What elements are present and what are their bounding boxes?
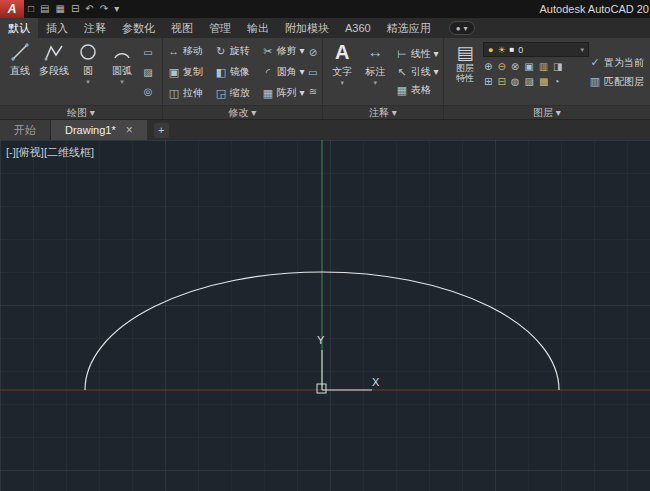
layer-tool-icon[interactable]: ▣ bbox=[524, 61, 533, 72]
layer-tool-icon[interactable]: ⊕ bbox=[484, 61, 492, 72]
save-icon[interactable]: ▦ bbox=[53, 0, 68, 18]
ribbon-tab-annotate[interactable]: 注释 bbox=[76, 18, 114, 38]
layer-tool-icon[interactable]: ⊟ bbox=[497, 76, 505, 87]
set-current-layer-button[interactable]: ✓ 置为当前 bbox=[589, 56, 644, 70]
ribbon-display-toggle[interactable]: ● ▾ bbox=[449, 21, 475, 35]
app-menu-button[interactable]: A bbox=[0, 0, 24, 18]
circle-tool-button[interactable]: 圆 ▾ bbox=[71, 39, 105, 105]
open-icon[interactable]: ▤ bbox=[37, 0, 52, 18]
line-tool-label: 直线 bbox=[10, 64, 30, 78]
ribbon-tab-bar: 默认 插入 注释 参数化 视图 管理 输出 附加模块 A360 精选应用 ● ▾ bbox=[0, 18, 650, 38]
circle-tool-label: 圆 bbox=[83, 64, 93, 78]
chevron-down-icon[interactable]: ▾ bbox=[341, 79, 345, 86]
layer-properties-button[interactable]: ▤ 图层 特性 bbox=[447, 39, 483, 105]
text-tool-button[interactable]: A 文字 ▾ bbox=[326, 39, 359, 105]
text-icon: A bbox=[335, 41, 349, 63]
quick-access-toolbar: □ ▤ ▦ ⊟ ↶ ↷ ▾ bbox=[25, 0, 122, 18]
leader-button[interactable]: ↖引线 ▾ bbox=[396, 65, 439, 79]
rectangle-icon[interactable]: ▭ bbox=[143, 47, 152, 58]
scale-button[interactable]: ◲缩放 bbox=[213, 83, 260, 104]
offset-icon[interactable]: ≋ bbox=[309, 86, 317, 97]
new-icon[interactable]: □ bbox=[25, 0, 37, 18]
ribbon-tab-home[interactable]: 默认 bbox=[0, 18, 38, 38]
fillet-button[interactable]: ◜圆角 ▾ bbox=[260, 62, 307, 83]
array-button[interactable]: ▦阵列 ▾ bbox=[260, 83, 307, 104]
layer-tool-icon[interactable]: ⊞ bbox=[484, 76, 492, 87]
stretch-button[interactable]: ◫拉伸 bbox=[166, 83, 213, 104]
layer-tool-icon[interactable]: ⊖ bbox=[497, 61, 505, 72]
plot-icon[interactable]: ⊟ bbox=[68, 0, 82, 18]
ribbon-tab-output[interactable]: 输出 bbox=[239, 18, 277, 38]
polyline-tool-button[interactable]: 多段线 bbox=[37, 39, 71, 105]
mirror-button[interactable]: ◧镜像 bbox=[213, 62, 260, 83]
dimension-tool-button[interactable]: ↔ 标注 ▾ bbox=[359, 39, 392, 105]
viewport-controls[interactable]: [-][俯视][二维线框] bbox=[6, 145, 94, 160]
match-layer-button[interactable]: ▥ 匹配图层 bbox=[589, 75, 644, 89]
panel-label-modify[interactable]: 修改 ▾ bbox=[163, 105, 322, 119]
chevron-down-icon[interactable]: ▾ bbox=[86, 78, 90, 85]
erase-icon[interactable]: ⊘ bbox=[309, 47, 317, 58]
layer-tool-icon[interactable]: ◨ bbox=[553, 61, 562, 72]
new-drawing-tab-button[interactable]: + bbox=[154, 123, 169, 138]
window-title: Autodesk AutoCAD 20 bbox=[540, 3, 650, 15]
redo-icon[interactable]: ↷ bbox=[97, 0, 111, 18]
hatch-icon[interactable]: ▨ bbox=[143, 67, 152, 78]
linear-dim-button[interactable]: ⊢线性 ▾ bbox=[396, 47, 439, 61]
layer-tools-row1: ⊕ ⊖ ⊗ ▣ ▥ ◨ bbox=[483, 61, 589, 72]
circle-icon bbox=[78, 42, 98, 62]
layer-tool-icon[interactable]: ▥ bbox=[539, 61, 548, 72]
ribbon-tab-featured-apps[interactable]: 精选应用 bbox=[379, 18, 439, 38]
bulb-icon: ● bbox=[488, 45, 493, 55]
canvas-geometry: Y X bbox=[0, 140, 650, 491]
donut-icon[interactable]: ◎ bbox=[144, 86, 153, 97]
panel-label-draw[interactable]: 绘图 ▾ bbox=[0, 105, 162, 119]
draw-extra-tools: ▭ ▨ ◎ bbox=[139, 39, 157, 105]
current-layer-name: 0 bbox=[518, 45, 576, 55]
ribbon-tab-manage[interactable]: 管理 bbox=[201, 18, 239, 38]
polyline-icon bbox=[44, 42, 64, 62]
text-tool-label: 文字 bbox=[332, 65, 352, 79]
chevron-down-icon[interactable]: ▾ bbox=[120, 78, 124, 85]
sun-icon: ☀ bbox=[497, 45, 505, 55]
undo-icon[interactable]: ↶ bbox=[82, 0, 96, 18]
table-button[interactable]: ▦表格 bbox=[396, 83, 439, 97]
match-layer-icon: ▥ bbox=[589, 75, 601, 88]
explode-icon[interactable]: ▭ bbox=[308, 67, 317, 78]
layer-tools-row2: ⊞ ⊟ ◍ ▨ ▩ ◔ bbox=[483, 76, 589, 87]
layer-dropdown[interactable]: ● ☀ ■ 0 ▾ bbox=[483, 42, 589, 57]
file-tab-start[interactable]: 开始 bbox=[0, 120, 51, 140]
layer-tool-icon[interactable]: ◍ bbox=[511, 76, 520, 87]
layer-tool-icon[interactable]: ▩ bbox=[539, 76, 548, 87]
move-button[interactable]: ↔移动 bbox=[166, 41, 213, 62]
line-tool-button[interactable]: 直线 bbox=[3, 39, 37, 105]
ribbon-tab-addins[interactable]: 附加模块 bbox=[277, 18, 337, 38]
table-icon: ▦ bbox=[396, 84, 408, 97]
ribbon-tab-a360[interactable]: A360 bbox=[337, 18, 379, 38]
panel-modify: ↔移动 ↻旋转 ✂修剪 ▾ ▣复制 ◧镜像 ◜圆角 ▾ ◫拉伸 ◲缩放 ▦阵列 … bbox=[163, 38, 323, 119]
chevron-down-icon[interactable]: ▾ bbox=[374, 79, 378, 86]
ucs-x-label: X bbox=[372, 376, 380, 388]
autocad-window: A □ ▤ ▦ ⊟ ↶ ↷ ▾ Autodesk AutoCAD 20 默认 插… bbox=[0, 0, 650, 491]
file-tab-drawing1[interactable]: Drawing1* × bbox=[51, 120, 147, 140]
ribbon: 直线 多段线 圆 ▾ bbox=[0, 38, 650, 120]
chevron-down-icon: ▾ bbox=[580, 46, 584, 54]
layer-tool-icon[interactable]: ⊗ bbox=[511, 61, 519, 72]
arc-tool-button[interactable]: 圆弧 ▾ bbox=[105, 39, 139, 105]
ribbon-tab-insert[interactable]: 插入 bbox=[38, 18, 76, 38]
array-icon: ▦ bbox=[262, 87, 274, 100]
trim-button[interactable]: ✂修剪 ▾ bbox=[260, 41, 307, 62]
dimension-icon: ↔ bbox=[368, 41, 383, 63]
panel-label-layers[interactable]: 图层 ▾ bbox=[444, 105, 650, 119]
qat-dropdown-icon[interactable]: ▾ bbox=[111, 0, 122, 18]
panel-label-annotation[interactable]: 注释 ▾ bbox=[323, 105, 443, 119]
scale-icon: ◲ bbox=[215, 87, 227, 100]
trim-icon: ✂ bbox=[262, 45, 274, 58]
drawing-canvas[interactable]: [-][俯视][二维线框] Y X bbox=[0, 140, 650, 491]
ribbon-tab-view[interactable]: 视图 bbox=[163, 18, 201, 38]
layer-tool-icon[interactable]: ▨ bbox=[525, 76, 534, 87]
ribbon-tab-parametric[interactable]: 参数化 bbox=[114, 18, 163, 38]
close-icon[interactable]: × bbox=[126, 120, 133, 140]
rotate-button[interactable]: ↻旋转 bbox=[213, 41, 260, 62]
copy-button[interactable]: ▣复制 bbox=[166, 62, 213, 83]
layer-tool-icon[interactable]: ◔ bbox=[553, 76, 559, 87]
